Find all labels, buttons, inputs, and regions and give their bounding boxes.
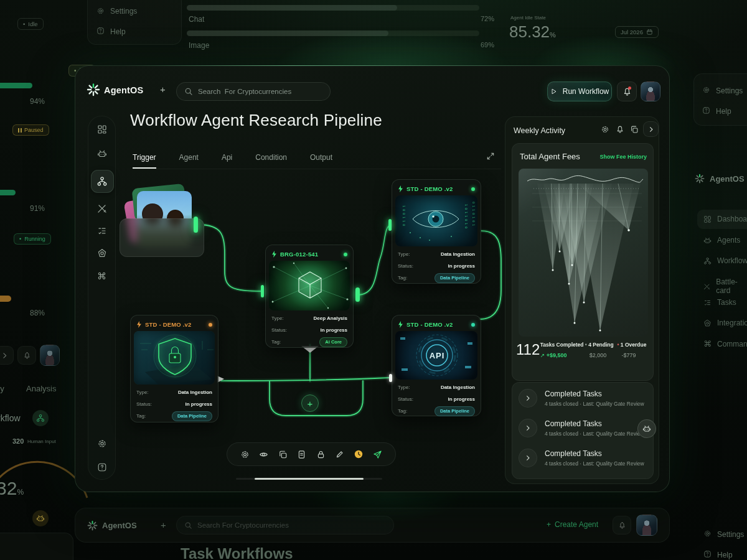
dot-icon: • xyxy=(23,21,25,27)
bg-nav-tasks: Tasks xyxy=(703,298,736,307)
gear-icon xyxy=(96,7,105,15)
weekly-settings-icon[interactable] xyxy=(601,125,609,134)
toolbar-history-button[interactable] xyxy=(352,447,365,461)
toolbar-document-button[interactable] xyxy=(295,447,309,461)
workflow-icon xyxy=(703,257,712,265)
pending-dot: • xyxy=(585,342,587,348)
node-image-api: API xyxy=(395,331,477,380)
robot-icon xyxy=(703,236,712,245)
toolbar-settings-button[interactable] xyxy=(238,447,251,461)
toolbar-send-button[interactable] xyxy=(371,447,385,461)
weekly-bell-icon[interactable] xyxy=(616,125,624,134)
add-node-button[interactable]: + xyxy=(301,394,319,412)
type-value: Data Ingestion xyxy=(441,385,475,390)
bg-bottom-title: Task Workflows xyxy=(181,545,293,560)
paused-badge: Paused xyxy=(12,124,49,136)
bg-bell-button xyxy=(613,516,631,534)
bg-avatar xyxy=(40,345,60,366)
bg-card xyxy=(0,533,73,560)
node-std-demo-left[interactable]: STD - DEMO .v2 Type:Data Ingestion xyxy=(130,315,218,422)
bg-left-pct3: 88% xyxy=(30,309,45,317)
weekly-copy-icon[interactable] xyxy=(630,125,639,134)
bg-progress-bar xyxy=(0,190,16,195)
overdue-label: 1 Overdue xyxy=(621,342,647,348)
running-label: Running xyxy=(24,236,45,242)
tab-trigger[interactable]: Trigger xyxy=(133,153,156,169)
send-icon xyxy=(373,450,382,459)
task-chevron-button[interactable] xyxy=(519,419,537,437)
completed-tasks-card: Completed Tasks4 tasks closed · Last: Qu… xyxy=(512,382,654,479)
tab-output[interactable]: Output xyxy=(310,153,332,169)
tab-api[interactable]: Api xyxy=(222,153,232,169)
type-value: Deep Analysis xyxy=(314,315,347,321)
weekly-activity-panel: Weekly Activity Total Agent Fees Show Fe… xyxy=(505,116,659,484)
toolbar-edit-button[interactable] xyxy=(333,447,347,461)
node-std-demo-top[interactable]: STD - DEMO .v2 1 0 1 1 0 1 0 0 1 1 0 1 0… xyxy=(392,179,481,284)
task-chevron-button[interactable] xyxy=(519,449,537,467)
tag-label: Tag: xyxy=(271,339,281,345)
rail-dashboard-icon[interactable] xyxy=(97,124,107,134)
bolt-icon xyxy=(271,251,277,258)
pencil-icon xyxy=(335,450,344,459)
node-trigger-media[interactable] xyxy=(128,186,198,261)
overdue-group: • 1 Overdue -$779 xyxy=(617,342,651,358)
bg-left-tab1: ry xyxy=(0,384,4,393)
tag-label: Tag: xyxy=(136,413,146,419)
bg-gauge-value: 32% xyxy=(0,478,24,499)
node-brg-012-541[interactable]: BRG-012-541 Type:Deep Analysis Status:In… xyxy=(265,245,354,348)
bg-avatar xyxy=(636,515,657,536)
rail-tasks-icon[interactable] xyxy=(97,226,107,236)
toolbar-duplicate-button[interactable] xyxy=(276,447,289,461)
user-avatar[interactable] xyxy=(641,82,660,101)
task-row[interactable]: Completed Tasks4 tasks closed · Last: Qu… xyxy=(519,449,644,467)
node-image-cube xyxy=(269,261,350,310)
show-fee-history-link[interactable]: Show Fee History xyxy=(599,154,647,160)
bg-icon-button xyxy=(0,346,14,365)
rail-integrations-icon[interactable] xyxy=(97,248,107,258)
bg-nav-agents: Agents xyxy=(703,236,740,245)
bg-right-help: Help xyxy=(716,107,731,116)
plus-icon[interactable]: + xyxy=(160,84,166,95)
rail-workflows-icon[interactable] xyxy=(96,176,107,187)
paused-label: Paused xyxy=(24,127,44,133)
connector-nub xyxy=(194,217,198,233)
tab-condition[interactable]: Condition xyxy=(255,153,287,169)
type-value: Data Ingestion xyxy=(441,251,475,257)
page-title: Workflow Agent Research Pipeline xyxy=(130,111,382,130)
bolt-icon xyxy=(398,185,403,192)
type-label: Type: xyxy=(398,385,410,390)
expand-icon[interactable] xyxy=(486,152,495,161)
weekly-expand-button[interactable] xyxy=(643,121,659,137)
rail-help-icon[interactable] xyxy=(97,462,107,472)
command-icon: ⌘ xyxy=(703,339,712,348)
tasks-completed-label: Tasks Completed xyxy=(540,342,585,348)
search-input[interactable] xyxy=(198,88,322,95)
tasks-completed-delta: ↗ +$9,500 xyxy=(540,352,585,358)
tab-agent[interactable]: Agent xyxy=(179,153,199,169)
rail-battlecard-icon[interactable] xyxy=(97,203,107,213)
node-std-demo-bottom[interactable]: STD - DEMO .v2 API Type:Data Ingestion S… xyxy=(392,315,481,416)
plus-icon: + xyxy=(308,398,313,409)
tag-pill: Data Pipeline xyxy=(435,406,475,416)
copy-icon xyxy=(278,450,288,459)
node-id: STD - DEMO .v2 xyxy=(406,321,453,328)
status-value: In progress xyxy=(448,396,475,402)
rail-settings-icon[interactable] xyxy=(97,439,107,449)
notifications-button[interactable] xyxy=(617,82,637,101)
task-row[interactable]: Completed Tasks4 tasks closed · Last: Qu… xyxy=(519,419,644,437)
assistant-robot-button[interactable] xyxy=(637,419,656,438)
node-image-eye: 1 0 1 1 0 1 0 0 1 1 0 1 0 1 1 0 0 1 1 0 xyxy=(395,195,477,246)
rail-agents-icon[interactable] xyxy=(97,149,107,159)
task-chevron-button[interactable] xyxy=(519,389,537,408)
main-panel: AgentOS + Run Workflow ⌘ xyxy=(75,65,670,492)
status-label: Status: xyxy=(398,396,413,402)
icon-rail: ⌘ xyxy=(88,116,116,480)
run-workflow-button[interactable]: Run Workflow xyxy=(547,82,612,101)
bg-bottom-settings: Settings xyxy=(717,530,744,539)
toolbar-lock-button[interactable] xyxy=(314,447,327,461)
scrollbar-thumb[interactable] xyxy=(255,478,364,480)
bg-bell-button xyxy=(17,346,36,365)
toolbar-preview-button[interactable] xyxy=(257,447,271,461)
task-row[interactable]: Completed Tasks4 tasks closed · Last: Qu… xyxy=(519,389,644,408)
rail-command-icon[interactable]: ⌘ xyxy=(97,271,107,281)
